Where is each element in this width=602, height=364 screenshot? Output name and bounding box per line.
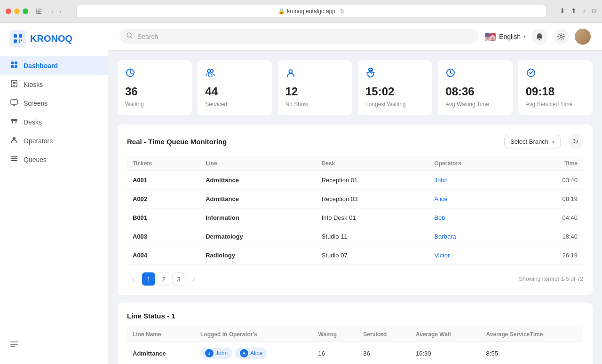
ticket-cell: A004 xyxy=(127,246,200,265)
download-icon[interactable]: ⬇ xyxy=(560,7,565,15)
ls-line-name: Admittance xyxy=(127,342,195,364)
table-row: A001 Admittance Reception 01 John 03:40 xyxy=(127,171,583,190)
avg-serviced-label: Avg Serviced Time xyxy=(526,101,585,108)
share-icon[interactable]: ⬆ xyxy=(571,7,577,15)
table-row: A002 Admittance Reception 03 Alice 08:19 xyxy=(127,190,583,209)
svg-rect-22 xyxy=(10,344,18,345)
operator-cell: John xyxy=(428,171,520,190)
ls-col-serviced: Serviced xyxy=(357,327,410,342)
ls-col-avg-service: Average ServiceTime xyxy=(481,327,583,342)
ls-operators: J John A Alice xyxy=(195,342,312,364)
svg-point-30 xyxy=(289,70,292,73)
maximize-button[interactable] xyxy=(23,8,28,14)
sidebar-screens-label: Screens xyxy=(24,100,48,107)
noshow-icon xyxy=(285,68,345,80)
ls-col-avg-wait: Average Wait xyxy=(410,327,481,342)
page-buttons: ‹ 1 2 3 › xyxy=(127,272,200,286)
svg-rect-16 xyxy=(11,119,17,120)
tabs-icon[interactable]: ⧉ xyxy=(592,7,596,15)
sidebar-item-operators[interactable]: Operators xyxy=(0,132,108,150)
close-button[interactable] xyxy=(6,8,11,14)
svg-rect-0 xyxy=(14,34,17,38)
minimize-button[interactable] xyxy=(14,8,20,14)
reload-icon[interactable]: ↻ xyxy=(340,8,345,15)
queues-icon xyxy=(9,155,19,164)
ls-avg-wait: 16:30 xyxy=(410,342,481,364)
desk-cell: Reception 03 xyxy=(316,190,429,209)
line-cell: Information xyxy=(200,209,316,227)
sidebar-dashboard-label: Dashboard xyxy=(24,62,58,70)
stats-grid: 36 Waiting 44 Serviced xyxy=(118,60,593,115)
stat-avg-serviced: 09:18 Avg Serviced Time xyxy=(518,60,593,115)
svg-point-29 xyxy=(210,70,213,72)
ls-avg-service: 8:55 xyxy=(481,342,583,364)
col-desk: Desk xyxy=(316,156,429,171)
sidebar-item-screens[interactable]: Screens xyxy=(0,94,108,113)
back-arrow[interactable]: ‹ xyxy=(49,7,55,16)
stat-waiting: 36 Waiting xyxy=(118,60,192,115)
forward-arrow[interactable]: › xyxy=(57,7,63,16)
desk-cell: Info Desk 01 xyxy=(316,209,429,227)
stat-longest-waiting: 15:02 Longest Waiting xyxy=(358,60,432,115)
svg-rect-20 xyxy=(11,160,17,161)
dashboard-icon xyxy=(9,61,19,70)
sidebar-item-queues[interactable]: Queues xyxy=(0,150,108,169)
branch-select-label: Select Branch xyxy=(510,138,548,145)
table-row: B001 Information Info Desk 01 Bob 04:40 xyxy=(127,209,583,227)
page-1-button[interactable]: 1 xyxy=(142,272,155,286)
prev-page-button[interactable]: ‹ xyxy=(127,272,140,286)
language-label: English xyxy=(499,33,521,40)
operator-name: Alice xyxy=(250,350,262,356)
svg-rect-11 xyxy=(13,85,15,86)
sidebar-item-dashboard[interactable]: Dashboard xyxy=(0,56,108,75)
ticket-cell: B001 xyxy=(127,209,200,227)
line-cell: Radiology xyxy=(200,246,316,265)
branch-select-button[interactable]: Select Branch ▾ xyxy=(504,135,561,148)
svg-rect-14 xyxy=(12,121,13,124)
line-cell: Admittance xyxy=(200,171,316,190)
desk-cell: Studio 07 xyxy=(316,246,429,265)
new-tab-icon[interactable]: + xyxy=(582,7,586,15)
svg-rect-10 xyxy=(13,82,16,84)
settings-button[interactable] xyxy=(553,29,569,45)
line-status-title: Line Status - 1 xyxy=(127,312,175,320)
waiting-label: Waiting xyxy=(125,101,184,108)
topbar-actions: 🇺🇸 English ▾ xyxy=(484,29,591,45)
svg-rect-5 xyxy=(11,62,14,64)
svg-rect-15 xyxy=(16,121,16,124)
ls-waiting: 16 xyxy=(313,342,358,364)
search-icon xyxy=(126,32,134,41)
operator-chip: J John xyxy=(200,348,232,359)
sidebar-item-kiosks[interactable]: Kiosks xyxy=(0,75,108,94)
page-2-button[interactable]: 2 xyxy=(157,272,170,286)
sidebar-toggle-icon[interactable]: ⊞ xyxy=(36,7,42,15)
sidebar-collapse-btn[interactable] xyxy=(0,334,108,356)
main-content: 36 Waiting 44 Serviced xyxy=(108,51,602,364)
waiting-icon xyxy=(125,68,184,80)
operator-chip: A Alice xyxy=(235,348,267,359)
ticket-cell: A003 xyxy=(127,227,200,246)
ls-col-operators: Logged In Operator's xyxy=(195,327,312,342)
notifications-button[interactable] xyxy=(531,29,547,45)
language-selector[interactable]: 🇺🇸 English ▾ xyxy=(484,31,526,42)
avg-wait-label: Avg Waiting Time xyxy=(445,101,505,108)
ls-serviced: 36 xyxy=(357,342,410,364)
longest-waiting-icon xyxy=(365,68,425,80)
address-bar[interactable]: 🔒 kronoq.entalgo.app ↻ xyxy=(76,5,546,18)
line-status-header: Line Status - 1 xyxy=(127,312,583,320)
flag-icon: 🇺🇸 xyxy=(484,31,496,42)
search-bar[interactable]: Search xyxy=(119,29,479,44)
next-page-button[interactable]: › xyxy=(187,272,200,286)
ls-col-name: Line Name xyxy=(127,327,195,342)
desks-icon xyxy=(9,117,19,127)
app-logo: KRONOQ xyxy=(0,30,108,56)
branch-chevron-icon: ▾ xyxy=(552,139,554,144)
refresh-button[interactable]: ↻ xyxy=(568,134,583,149)
kiosks-icon xyxy=(9,80,19,89)
user-avatar[interactable] xyxy=(575,29,591,45)
sidebar-item-desks[interactable]: Desks xyxy=(0,113,108,132)
search-placeholder: Search xyxy=(137,33,158,40)
operator-cell: Bob xyxy=(428,209,520,227)
page-3-button[interactable]: 3 xyxy=(172,272,185,286)
svg-rect-3 xyxy=(19,39,20,43)
